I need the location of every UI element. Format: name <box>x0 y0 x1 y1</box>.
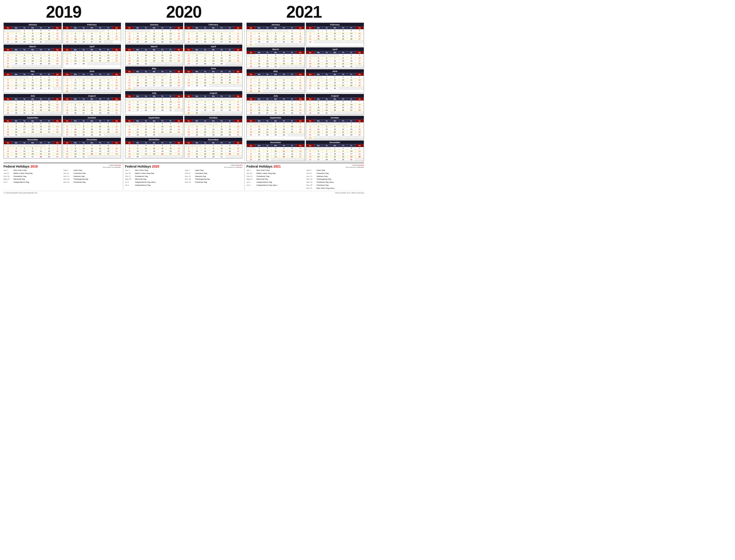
cal-day: 10 <box>20 125 28 128</box>
day-header: Tu <box>322 73 331 76</box>
cal-day: 22 <box>296 84 304 87</box>
cal-day: 29 <box>271 134 280 136</box>
cal-day <box>263 122 271 125</box>
cal-day <box>296 158 304 161</box>
day-header: We <box>28 27 37 29</box>
day-header: Sa <box>234 142 242 144</box>
cal-day: 9 <box>263 57 271 60</box>
cal-day: 6 <box>280 79 288 81</box>
holiday-name: Martin Luther King Day <box>256 172 275 175</box>
cal-day: 10 <box>4 150 12 153</box>
cal-day: 23 <box>226 131 234 134</box>
cal-day <box>37 51 45 54</box>
cal-day: 23 <box>322 38 331 40</box>
holiday-item: Feb 17Presidents' Day <box>125 175 183 178</box>
cal-day: 8 <box>96 103 104 106</box>
cal-day <box>142 155 150 158</box>
day-header: Su <box>306 27 314 29</box>
cal-day <box>185 29 193 32</box>
month-calendar: SeptemberSuMoTuWeThFrSa12345678910111213… <box>3 116 62 137</box>
cal-day: 6 <box>322 57 331 60</box>
cal-day: 16 <box>134 150 142 153</box>
cal-day: 4 <box>280 54 288 57</box>
cal-day: 4 <box>234 51 242 54</box>
cal-day <box>63 29 71 32</box>
cal-day: 27 <box>4 40 12 43</box>
cal-day <box>4 51 12 54</box>
cal-day: 25 <box>104 131 112 134</box>
cal-day: 3 <box>347 147 355 150</box>
cal-day: 12 <box>88 81 96 84</box>
cal-day: 23 <box>185 109 193 112</box>
cal-day: 19 <box>37 128 45 131</box>
cal-day <box>339 112 347 115</box>
cal-day: 27 <box>134 40 142 43</box>
cal-day: 11 <box>201 35 209 38</box>
month-header: July <box>247 94 304 98</box>
day-header: Mo <box>255 120 263 122</box>
day-header: Fr <box>104 48 112 51</box>
months-grid-2020: JanuarySuMoTuWeThFrSa1234567891011121314… <box>125 23 243 159</box>
month-calendar: NovemberSuMoTuWeThFrSa123456789101112131… <box>125 138 183 159</box>
cal-day <box>255 29 263 32</box>
cal-day: 19 <box>271 84 280 87</box>
cal-day: 25 <box>331 109 339 112</box>
cal-day: 25 <box>88 153 96 155</box>
cal-day: 1 <box>150 29 158 32</box>
cal-day <box>314 136 322 139</box>
cal-day: 22 <box>339 62 347 65</box>
cal-day <box>347 87 355 90</box>
cal-day: 18 <box>104 128 112 131</box>
cal-day <box>185 122 193 125</box>
holiday-name: Thanksgiving Day <box>195 178 210 181</box>
day-header: We <box>209 95 217 98</box>
cal-day: 24 <box>96 131 104 134</box>
month-header: February <box>184 23 242 26</box>
day-header: Mo <box>134 142 142 144</box>
day-header: Fr <box>226 142 234 144</box>
holiday-year-2019: Federal Holidays 2019 CalendarpediaYour … <box>3 164 121 190</box>
cal-day: 11 <box>71 35 79 38</box>
cal-day: 7 <box>63 54 71 57</box>
day-header: Sa <box>175 95 183 98</box>
cal-day: 19 <box>20 153 28 155</box>
holiday-col-left: Jan 1New Year's DayJan 21Martin Luther K… <box>3 169 61 184</box>
cal-day: 30 <box>88 134 96 136</box>
cal-day: 5 <box>88 79 96 81</box>
cal-day: 28 <box>112 153 121 155</box>
cal-day: 6 <box>296 54 304 57</box>
cal-day <box>134 122 142 125</box>
cal-day: 31 <box>296 112 304 115</box>
cal-day: 27 <box>63 134 71 136</box>
cal-day: 27 <box>185 155 193 158</box>
cal-day: 23 <box>314 109 322 112</box>
cal-day: 10 <box>37 32 45 35</box>
cal-day: 13 <box>347 103 355 106</box>
cal-day: 4 <box>201 101 209 103</box>
cal-day <box>12 144 20 147</box>
months-grid-2019: JanuarySuMoTuWeThFrSa1234567891011121314… <box>3 23 121 159</box>
month-header: September <box>247 116 304 119</box>
cal-day: 31 <box>217 155 226 158</box>
year-2021: 2021 <box>286 2 321 21</box>
cal-day <box>150 73 158 76</box>
cal-day: 25 <box>96 60 104 62</box>
holiday-name: New Year's Day <box>14 169 27 172</box>
day-header: We <box>271 51 280 54</box>
day-header: Th <box>158 120 166 122</box>
cal-day: 3 <box>255 79 263 81</box>
cal-day: 16 <box>263 153 271 155</box>
cal-day: 29 <box>322 87 331 90</box>
holiday-date: Feb 18 <box>3 175 12 178</box>
cal-day: 1 <box>234 98 242 101</box>
cal-day: 18 <box>134 81 142 84</box>
day-header: Fr <box>347 144 355 147</box>
cal-day <box>142 73 150 76</box>
cal-day: 15 <box>150 35 158 38</box>
cal-day: 4 <box>201 32 209 35</box>
month-calendar: FebruarySuMoTuWeThFrSa123456789101112131… <box>184 23 242 44</box>
cal-day: 4 <box>306 57 314 60</box>
cal-day: 24 <box>142 153 150 155</box>
cal-day <box>63 122 71 125</box>
cal-day: 12 <box>20 150 28 153</box>
